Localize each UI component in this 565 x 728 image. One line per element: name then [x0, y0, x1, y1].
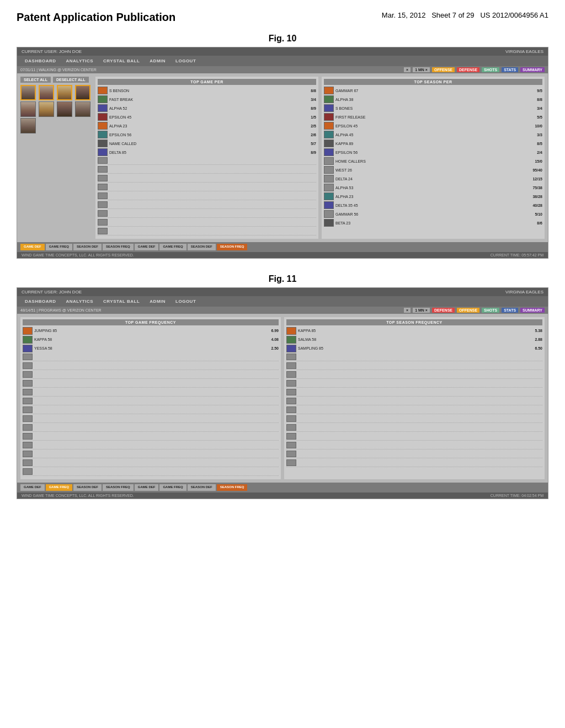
nav-dashboard-11[interactable]: DASHBOARD — [20, 298, 61, 305]
fig11-screenshot: CURRENT USER: JOHN DOE VIRGINIA EAGLES D… — [17, 287, 548, 499]
stat-empty-5 — [98, 192, 316, 200]
tab-season-def-11-1[interactable]: SEASON DEF — [73, 484, 102, 491]
filter-summary-btn[interactable]: SUMMARY — [520, 67, 545, 72]
tab-game-def-2[interactable]: GAME DEF — [135, 244, 159, 250]
tab-season-def-11-2[interactable]: SEASON DEF — [188, 484, 216, 491]
fig10-screenshot: CURRENT USER: JOHN DOE VIRGINIA EAGLES D… — [17, 47, 548, 259]
r11-stat-1: KAPPA 85 5.38 — [286, 327, 542, 335]
player-2[interactable] — [39, 85, 54, 100]
app-nav-fig10: DASHBOARD ANALYTICS CRYSTAL BALL ADMIN L… — [17, 56, 548, 66]
r11-stat-2: SALMA 58 2.88 — [286, 336, 542, 344]
l11-stat-1: JUMPING 85 6.99 — [23, 327, 279, 335]
tab-season-freq-1[interactable]: SEASON FREQ — [103, 244, 134, 250]
stat-thumb-1 — [98, 87, 108, 94]
stats-area-fig10: TOP GAME PER S BENSON 8/8 FAST BREAK 3/4… — [95, 77, 545, 239]
nav-admin-11[interactable]: ADMIN — [145, 298, 170, 305]
filter-defense-btn[interactable]: DEFENSE — [457, 67, 479, 72]
nav-logout-11[interactable]: LOGOUT — [171, 298, 200, 305]
r-stat-thumb-10 — [324, 166, 334, 174]
players-sidebar-fig10: SELECT ALL DESELECT ALL — [20, 77, 92, 239]
tab-season-freq-11-1[interactable]: SEASON FREQ — [103, 484, 134, 491]
right-stat-11: DELTA 24 12/15 — [324, 175, 542, 183]
player-9[interactable] — [20, 118, 36, 133]
select-all-btn[interactable]: SELECT ALL — [20, 77, 51, 83]
filter-1mn-btn-11[interactable]: 1 MN × — [413, 308, 430, 313]
tab-game-freq-11-2[interactable]: GAME FREQ — [159, 484, 186, 491]
stat-thumb-5 — [98, 122, 108, 130]
filter-stats-btn-11[interactable]: STATS — [502, 308, 518, 313]
stat-empty-4 — [98, 184, 316, 191]
left-stats-title-fig10: TOP GAME PER — [98, 79, 316, 85]
player-6[interactable] — [39, 101, 54, 117]
deselect-all-btn[interactable]: DESELECT ALL — [53, 77, 89, 83]
r11-empty-5 — [286, 389, 542, 397]
nav-dashboard[interactable]: DASHBOARD — [20, 57, 61, 65]
r-stat-thumb-16 — [324, 219, 334, 227]
tab-game-freq-2[interactable]: GAME FREQ — [159, 244, 186, 250]
filter-summary-btn-11[interactable]: SUMMARY — [520, 308, 545, 313]
stat-thumb-4 — [98, 113, 108, 121]
r11-empty-1 — [286, 354, 542, 361]
app-footer-fig10: WIND GAME TIME CONCEPTS, LLC. ALL RIGHTS… — [17, 252, 548, 258]
player-1[interactable] — [20, 85, 36, 100]
r-stat-thumb-12 — [324, 184, 334, 191]
nav-analytics[interactable]: ANALYTICS — [62, 57, 98, 65]
tab-game-def-11-2[interactable]: GAME DEF — [135, 484, 159, 491]
right-stat-10: WEST 26 95/40 — [324, 166, 542, 174]
filter-1mn-btn[interactable]: 1 MN × — [413, 67, 430, 72]
filter-shots-btn-11[interactable]: SHOTS — [482, 308, 499, 313]
player-8[interactable] — [75, 101, 90, 117]
l11-empty-14 — [23, 468, 279, 476]
left-stat-row-1: S BENSON 8/8 — [98, 87, 316, 94]
filter-close-btn-11[interactable]: × — [404, 308, 411, 313]
l11-empty-2 — [23, 362, 279, 370]
player-4[interactable] — [75, 85, 90, 100]
tab-season-freq-11-2[interactable]: SEASON FREQ — [217, 484, 248, 491]
r-stat-thumb-14 — [324, 201, 334, 209]
nav-crystal-ball-11[interactable]: CRYSTAL BALL — [99, 298, 144, 305]
filter-stats-btn[interactable]: STATS — [502, 67, 518, 72]
tab-season-freq-2[interactable]: SEASON FREQ — [217, 244, 248, 250]
right-stat-7: KAPPA 89 8/5 — [324, 140, 542, 147]
r-stat-thumb-1 — [324, 87, 334, 94]
right-stat-13: ALPHA 23 38/28 — [324, 192, 542, 200]
left-stats-col-fig10: TOP GAME PER S BENSON 8/8 FAST BREAK 3/4… — [95, 77, 318, 239]
app-topbar-fig10: CURRENT USER: JOHN DOE VIRGINIA EAGLES — [17, 47, 548, 56]
right-stat-12: ALPHA 53 75/38 — [324, 184, 542, 191]
filter-shots-btn[interactable]: SHOTS — [482, 67, 499, 72]
stat-empty-7 — [98, 210, 316, 218]
filter-offense-btn-11[interactable]: OFFENSE — [457, 308, 479, 313]
nav-analytics-11[interactable]: ANALYTICS — [62, 298, 98, 305]
tab-game-def-11-1[interactable]: GAME DEF — [20, 484, 45, 491]
filter-offense-btn[interactable]: OFFENSE — [432, 67, 455, 72]
filter-defense-btn-11[interactable]: DEFENSE — [432, 308, 455, 313]
filter-bar-fig10: 07/31/11 | WALKING @ VERIZON CENTER × 1 … — [17, 66, 548, 73]
nav-logout[interactable]: LOGOUT — [171, 57, 200, 65]
r11-empty-13 — [286, 459, 542, 467]
tab-game-def-1[interactable]: GAME DEF — [20, 244, 45, 250]
r-stat-thumb-7 — [324, 140, 334, 147]
player-7[interactable] — [57, 101, 72, 117]
tab-season-def-1[interactable]: SEASON DEF — [73, 244, 102, 250]
right-stat-15: GAMMAR 56 5/10 — [324, 210, 542, 218]
fig-separator — [0, 259, 565, 270]
tab-game-freq-1[interactable]: GAME FREQ — [46, 244, 72, 250]
nav-admin[interactable]: ADMIN — [145, 57, 170, 65]
player-5[interactable] — [20, 101, 36, 117]
r11-empty-2 — [286, 362, 542, 370]
fig11-label: Fig. 11 — [0, 274, 565, 284]
r-stat-thumb-2 — [324, 95, 334, 103]
player-3[interactable] — [57, 85, 72, 100]
left-stats-title-fig11: TOP GAME FREQUENCY — [23, 319, 279, 325]
r-stat-thumb-13 — [324, 192, 334, 200]
sidebar-actions: SELECT ALL DESELECT ALL — [20, 77, 92, 83]
right-stats-title-fig10: TOP SEASON PER — [324, 79, 542, 85]
nav-crystal-ball[interactable]: CRYSTAL BALL — [99, 57, 144, 65]
l11-empty-6 — [23, 398, 279, 405]
stat-thumb-2 — [98, 95, 108, 103]
r-stat-thumb-4 — [324, 113, 334, 121]
tab-game-freq-11-1[interactable]: GAME FREQ — [46, 484, 72, 491]
tab-season-def-2[interactable]: SEASON DEF — [188, 244, 216, 250]
filter-close-btn[interactable]: × — [404, 67, 411, 72]
l11-stat-3: YESSA 58 2.50 — [23, 345, 279, 352]
